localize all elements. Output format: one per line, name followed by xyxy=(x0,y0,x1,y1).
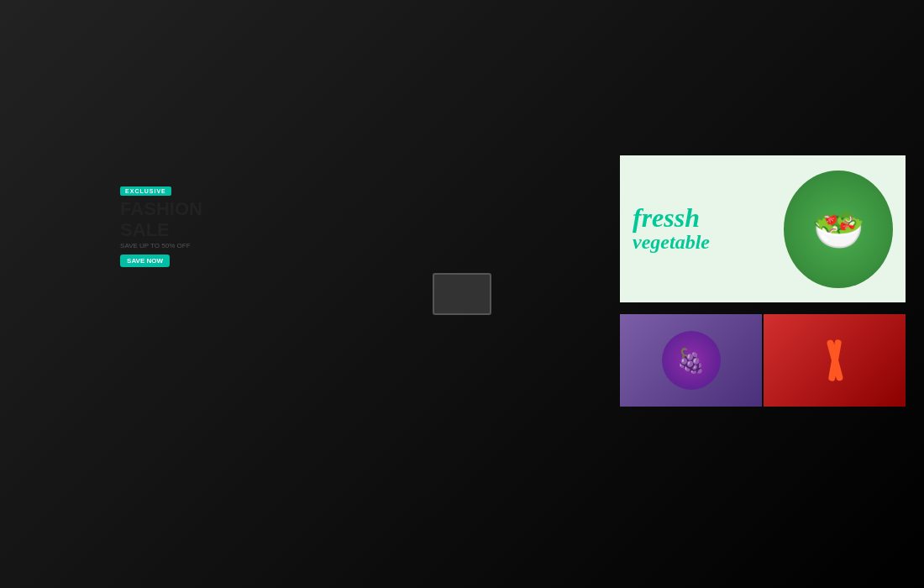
fressh-text: fressh xyxy=(633,204,710,231)
vegetables-emoji: 🥗 xyxy=(812,205,864,254)
vegetable-text: vegetable xyxy=(633,231,710,254)
sale-subtitle: SAVE UP TO 50% OFF xyxy=(120,242,202,249)
veggy-banner: fressh vegetable 🥗 xyxy=(620,155,906,302)
chili-stack xyxy=(832,339,838,381)
cuts-sprouts-card[interactable]: 🍇 Cuts & Sprouts Shop Now xyxy=(620,314,762,407)
tv-thumb xyxy=(433,273,491,315)
grapes-emoji: 🍇 xyxy=(662,331,721,390)
electro-screen: No SIM 12:49 PM 100% electr⏻ 🔔 🔍 📱 xyxy=(319,25,605,563)
fressh-text-block: fressh vegetable xyxy=(633,204,710,254)
fashion-sale-text: EXCLUSIVE FASHIONSALE SAVE UP TO 50% OFF… xyxy=(103,165,219,283)
serie-tv-card[interactable]: Série TV 4K Achet...ntenant xyxy=(463,295,605,379)
screenshots-container: Airtel 4G 12:11 PM 45% ciyashop 🔔 🔍 👕 Me… xyxy=(0,0,924,588)
phone-cards: iPhones Achet...ntenant Série TV 4K Ache… xyxy=(319,295,605,379)
save-now-button[interactable]: SAVE NOW xyxy=(120,255,170,267)
fashion-title: FASHIONSALE xyxy=(120,199,202,239)
exclusive-badge: EXCLUSIVE xyxy=(120,186,171,196)
veggy-image: 🥗 xyxy=(784,171,893,288)
fresh-vegetables-card[interactable]: Fresh Vegetables Shop Now xyxy=(764,314,906,407)
